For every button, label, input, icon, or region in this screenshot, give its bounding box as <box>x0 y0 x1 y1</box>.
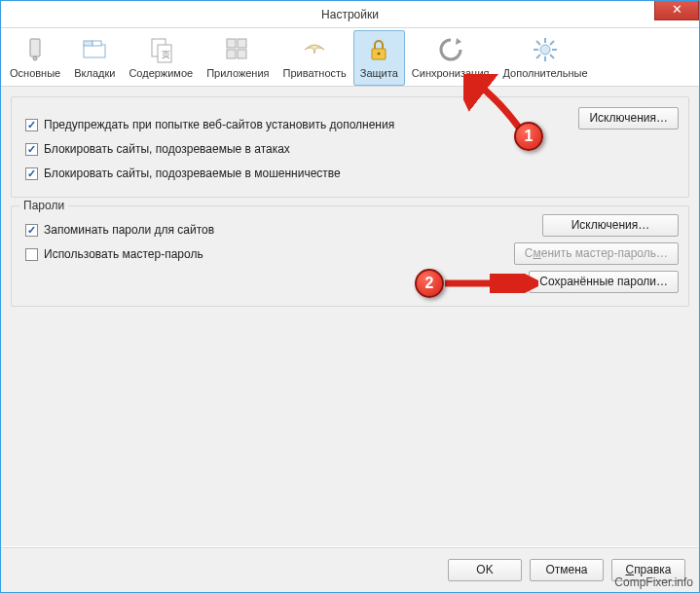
tab-security[interactable]: Защита <box>353 30 405 86</box>
tab-general[interactable]: Основные <box>3 30 67 86</box>
exceptions-button-2[interactable]: Исключения… <box>542 214 679 237</box>
svg-rect-3 <box>84 41 92 46</box>
annotation-arrow-2 <box>441 274 538 293</box>
annotation-badge-1: 1 <box>514 122 543 151</box>
toolbar: Основные Вкладки 页 Содержимое Приложения… <box>1 28 699 87</box>
watermark: CompFixer.info <box>614 575 693 589</box>
annotation-badge-2: 2 <box>415 269 444 298</box>
ok-button[interactable]: OK <box>448 559 522 581</box>
checkbox-block-fraud[interactable] <box>25 167 38 180</box>
tab-tabs-label: Вкладки <box>74 67 115 79</box>
privacy-icon <box>300 35 329 64</box>
content-icon: 页 <box>146 35 175 64</box>
general-icon <box>20 35 50 64</box>
tab-apps[interactable]: Приложения <box>200 30 276 86</box>
label-master-password: Использовать мастер-пароль <box>44 247 203 261</box>
change-master-password-button: Сменить мастер-пароль… <box>514 242 679 265</box>
svg-line-19 <box>536 41 540 45</box>
svg-rect-0 <box>30 39 40 56</box>
security-icon <box>364 35 393 64</box>
checkbox-warn-addons[interactable] <box>25 119 38 131</box>
tab-general-label: Основные <box>10 67 60 79</box>
sync-icon <box>436 35 465 64</box>
svg-rect-4 <box>92 41 101 46</box>
svg-text:页: 页 <box>162 50 170 59</box>
tab-content[interactable]: 页 Содержимое <box>122 30 200 86</box>
checkbox-remember-passwords[interactable] <box>25 224 38 237</box>
svg-rect-10 <box>227 50 236 58</box>
advanced-icon <box>531 35 560 64</box>
tab-tabs[interactable]: Вкладки <box>67 30 122 86</box>
svg-line-22 <box>536 55 540 58</box>
label-block-attack: Блокировать сайты, подозреваемые в атака… <box>44 142 290 156</box>
checkbox-master-password[interactable] <box>25 248 38 261</box>
label-remember-passwords: Запоминать пароли для сайтов <box>44 223 214 237</box>
saved-passwords-button[interactable]: Сохранённые пароли… <box>529 271 679 293</box>
svg-rect-9 <box>238 39 246 48</box>
label-block-fraud: Блокировать сайты, подозреваемые в мошен… <box>44 167 341 180</box>
apps-icon <box>223 35 252 64</box>
cancel-button[interactable]: Отмена <box>530 559 604 581</box>
svg-rect-11 <box>238 50 246 58</box>
tab-privacy-label: Приватность <box>283 67 347 79</box>
titlebar: Настройки ✕ <box>1 1 699 28</box>
tab-apps-label: Приложения <box>206 67 269 79</box>
tab-security-label: Защита <box>360 67 398 79</box>
svg-line-21 <box>550 41 554 45</box>
svg-point-14 <box>540 45 550 55</box>
tab-content-label: Содержимое <box>129 67 193 79</box>
tabs-icon <box>80 35 109 64</box>
svg-point-1 <box>33 56 37 60</box>
svg-rect-2 <box>84 45 105 57</box>
dialog-footer: OK Отмена Справка <box>1 547 699 592</box>
label-warn-addons: Предупреждать при попытке веб-сайтов уст… <box>44 118 394 131</box>
content-area: Предупреждать при попытке веб-сайтов уст… <box>1 87 699 546</box>
warnings-group: Предупреждать при попытке веб-сайтов уст… <box>11 96 689 198</box>
svg-rect-8 <box>227 39 236 48</box>
svg-line-20 <box>550 55 554 58</box>
window-title: Настройки <box>1 8 699 21</box>
passwords-legend: Пароли <box>19 199 68 212</box>
tab-privacy[interactable]: Приватность <box>276 30 353 86</box>
close-button[interactable]: ✕ <box>654 1 699 20</box>
passwords-group: Пароли Запоминать пароли для сайтов Испо… <box>11 205 689 307</box>
checkbox-block-attack[interactable] <box>25 143 38 156</box>
exceptions-button-1[interactable]: Исключения… <box>578 107 679 130</box>
svg-point-13 <box>378 52 381 55</box>
